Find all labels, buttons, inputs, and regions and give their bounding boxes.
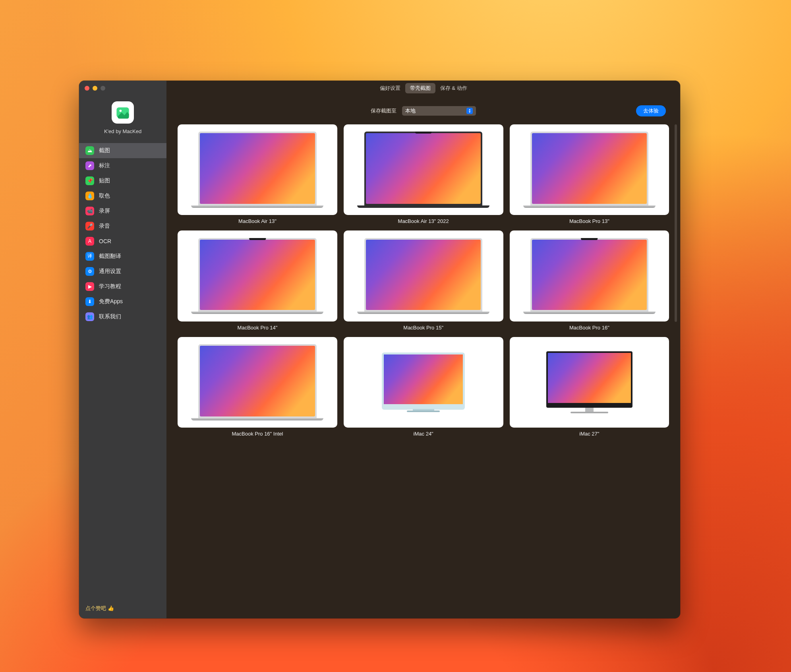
sidebar-nav: ⛰截图⬈标注📌贴图💧取色📹录屏🎤录音AOCR译截图翻译⚙通用设置▶学习教程⬇免费… [79, 143, 166, 599]
sidebar: K'ed by MacKed ⛰截图⬈标注📌贴图💧取色📹录屏🎤录音AOCR译截图… [79, 81, 166, 618]
device-thumbnail [178, 337, 337, 428]
sidebar-item-label: 贴图 [99, 177, 110, 184]
close-icon[interactable] [85, 86, 89, 91]
device-thumbnail [344, 124, 503, 215]
select-value: 本地 [405, 107, 416, 114]
sidebar-item-label: 截图翻译 [99, 253, 121, 260]
sidebar-item-icon: A [85, 237, 94, 246]
app-identity: K'ed by MacKed [79, 96, 166, 143]
sidebar-item-7[interactable]: 译截图翻译 [79, 249, 166, 264]
device-grid-wrap: MacBook Air 13"MacBook Air 13" 2022MacBo… [166, 124, 680, 618]
sidebar-item-icon: 💧 [85, 192, 94, 200]
tab-0[interactable]: 偏好设置 [375, 83, 405, 93]
tab-bar: 偏好设置带壳截图保存 & 动作 [166, 81, 680, 96]
device-option-6[interactable]: MacBook Pro 16" Intel [178, 337, 337, 437]
sidebar-item-icon: 译 [85, 252, 94, 261]
sidebar-item-label: 截图 [99, 147, 110, 154]
save-label: 保存截图至 [371, 107, 396, 114]
sidebar-item-icon: ⚙ [85, 267, 94, 276]
zoom-icon[interactable] [101, 86, 105, 91]
sidebar-item-9[interactable]: ▶学习教程 [79, 279, 166, 294]
sidebar-item-4[interactable]: 📹录屏 [79, 203, 166, 219]
like-prompt-label: 点个赞吧 👍 [85, 605, 114, 612]
device-label: MacBook Pro 13" [569, 218, 609, 224]
device-label: iMac 27" [579, 431, 599, 437]
sidebar-item-1[interactable]: ⬈标注 [79, 158, 166, 173]
sidebar-item-icon: ⬇ [85, 297, 94, 306]
device-thumbnail [510, 230, 669, 321]
sidebar-item-label: 录音 [99, 223, 110, 230]
device-option-1[interactable]: MacBook Air 13" 2022 [344, 124, 503, 224]
sidebar-item-label: 学习教程 [99, 283, 121, 290]
device-option-3[interactable]: MacBook Pro 14" [178, 230, 337, 330]
app-window: K'ed by MacKed ⛰截图⬈标注📌贴图💧取色📹录屏🎤录音AOCR译截图… [79, 81, 680, 618]
device-label: MacBook Air 13" 2022 [398, 218, 449, 224]
device-option-2[interactable]: MacBook Pro 13" [510, 124, 669, 224]
sidebar-item-label: 取色 [99, 192, 110, 199]
sidebar-item-label: 免费Apps [99, 298, 123, 305]
device-label: MacBook Pro 16" [569, 325, 609, 331]
device-thumbnail [344, 230, 503, 321]
tab-1[interactable]: 带壳截图 [405, 83, 435, 93]
sidebar-item-icon: 📌 [85, 176, 94, 185]
sidebar-item-label: 录屏 [99, 207, 110, 215]
sidebar-item-8[interactable]: ⚙通用设置 [79, 264, 166, 279]
device-thumbnail [178, 230, 337, 321]
sidebar-item-icon: ▶ [85, 282, 94, 291]
svg-point-1 [120, 110, 122, 112]
tab-2[interactable]: 保存 & 动作 [435, 83, 472, 93]
device-option-5[interactable]: MacBook Pro 16" [510, 230, 669, 330]
device-thumbnail [344, 337, 503, 428]
sidebar-item-5[interactable]: 🎤录音 [79, 219, 166, 234]
try-button[interactable]: 去体验 [636, 105, 666, 116]
sidebar-item-icon: 👥 [85, 312, 94, 321]
sidebar-item-icon: 🎤 [85, 222, 94, 230]
device-label: iMac 24" [414, 431, 433, 437]
sidebar-item-label: 标注 [99, 162, 110, 169]
sidebar-item-icon: 📹 [85, 207, 94, 215]
sidebar-item-label: OCR [99, 238, 111, 244]
device-thumbnail [178, 124, 337, 215]
try-button-label: 去体验 [643, 108, 659, 114]
sidebar-item-icon: ⬈ [85, 161, 94, 170]
main-panel: 偏好设置带壳截图保存 & 动作 保存截图至 本地 ▲▼ 去体验 MacBook … [166, 81, 680, 618]
minimize-icon[interactable] [93, 86, 97, 91]
save-destination-select[interactable]: 本地 ▲▼ [402, 106, 476, 116]
sidebar-item-0[interactable]: ⛰截图 [79, 143, 166, 158]
sidebar-item-label: 联系我们 [99, 313, 121, 320]
app-icon [112, 101, 134, 124]
device-option-7[interactable]: iMac 24" [344, 337, 503, 437]
device-option-4[interactable]: MacBook Pro 15" [344, 230, 503, 330]
device-thumbnail [510, 124, 669, 215]
device-label: MacBook Pro 16" Intel [232, 431, 283, 437]
sidebar-item-11[interactable]: 👥联系我们 [79, 309, 166, 324]
device-thumbnail [510, 337, 669, 428]
sidebar-item-10[interactable]: ⬇免费Apps [79, 294, 166, 309]
device-grid: MacBook Air 13"MacBook Air 13" 2022MacBo… [178, 124, 669, 437]
save-destination-row: 保存截图至 本地 ▲▼ 去体验 [166, 96, 680, 124]
sidebar-item-2[interactable]: 📌贴图 [79, 173, 166, 188]
app-title: K'ed by MacKed [104, 128, 141, 134]
window-controls [79, 81, 166, 96]
device-label: MacBook Pro 15" [403, 325, 443, 331]
sidebar-item-label: 通用设置 [99, 268, 121, 275]
device-label: MacBook Air 13" [238, 218, 277, 224]
chevron-up-down-icon: ▲▼ [466, 108, 473, 114]
scrollbar[interactable] [675, 124, 677, 322]
sidebar-item-icon: ⛰ [85, 146, 94, 155]
sidebar-item-6[interactable]: AOCR [79, 234, 166, 249]
device-option-0[interactable]: MacBook Air 13" [178, 124, 337, 224]
like-prompt[interactable]: 点个赞吧 👍 [79, 599, 166, 618]
device-option-8[interactable]: iMac 27" [510, 337, 669, 437]
sidebar-item-3[interactable]: 💧取色 [79, 188, 166, 203]
device-label: MacBook Pro 14" [238, 325, 278, 331]
